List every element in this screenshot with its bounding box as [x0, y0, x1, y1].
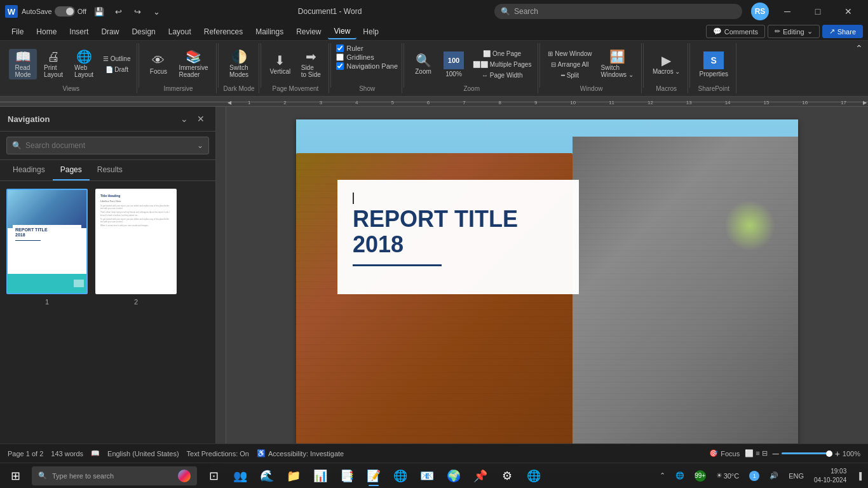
immersive-reader-button[interactable]: 📚 ImmersiveReader [175, 49, 212, 79]
tab-view[interactable]: View [328, 24, 357, 39]
taskbar-files[interactable]: 📁 [281, 464, 306, 487]
tray-antivirus[interactable]: 99+ [691, 469, 710, 483]
nav-pane-checkbox-input[interactable] [336, 62, 344, 70]
taskbar-word[interactable]: 📝 [361, 464, 386, 487]
taskbar-outlook[interactable]: 📧 [414, 464, 440, 487]
one-page-button[interactable]: ⬜ One Page [470, 49, 534, 58]
tray-language[interactable]: ENG [785, 471, 808, 481]
tray-network[interactable]: 🌐 [672, 470, 688, 481]
tab-layout[interactable]: Layout [162, 25, 198, 39]
zoom-slider-thumb[interactable] [826, 451, 832, 457]
page-2-thumbnail[interactable]: Title Heading Libellus Font Here To get … [95, 189, 177, 294]
zoom-100-button[interactable]: 100 100% [440, 50, 468, 79]
zoom-slider[interactable] [782, 452, 832, 454]
zoom-level[interactable]: 100% [843, 450, 860, 458]
language-indicator[interactable]: English (United States) [107, 450, 179, 458]
comments-button[interactable]: 💬 Comments [706, 25, 765, 38]
taskbar-chrome[interactable]: 🌐 [388, 464, 413, 487]
navigation-pane-checkbox[interactable]: Navigation Pane [336, 62, 398, 70]
taskbar-teams[interactable]: 👥 [227, 464, 253, 487]
ribbon-collapse-button[interactable]: ⌃ [855, 43, 863, 53]
print-layout-button[interactable]: 🖨 PrintLayout [39, 49, 67, 79]
new-window-button[interactable]: ⊞ New Window [545, 49, 594, 58]
close-button[interactable]: ✕ [834, 1, 863, 22]
page-thumb-2[interactable]: Title Heading Libellus Font Here To get … [95, 189, 177, 306]
editing-button[interactable]: ✏ Editing ⌄ [768, 25, 820, 38]
tab-help[interactable]: Help [356, 25, 385, 39]
multiple-pages-button[interactable]: ⬜⬜ Multiple Pages [470, 60, 534, 69]
focus-button[interactable]: 🎯 Focus [709, 449, 740, 458]
side-to-side-button[interactable]: ➡ Sideto Side [297, 49, 325, 79]
tray-arrow[interactable]: ⌃ [656, 470, 669, 481]
tab-design[interactable]: Design [125, 25, 161, 39]
redo-button[interactable]: ↪ [128, 3, 146, 20]
nav-collapse-button[interactable]: ⌄ [177, 112, 191, 126]
draft-button[interactable]: 📄 Draft [100, 65, 133, 74]
search-box[interactable]: 🔍 ⌄ [6, 137, 209, 154]
arrange-all-button[interactable]: ⊟ Arrange All [545, 60, 594, 69]
taskbar-excel[interactable]: 📊 [308, 464, 333, 487]
gridlines-checkbox[interactable]: Gridlines [336, 53, 398, 61]
tab-file[interactable]: File [5, 25, 30, 39]
tab-home[interactable]: Home [30, 25, 63, 39]
ruler-checkbox-input[interactable] [336, 44, 344, 52]
tab-review[interactable]: Review [290, 25, 327, 39]
taskbar-search[interactable]: 🔍 Type here to search [32, 466, 197, 485]
search-dropdown-icon[interactable]: ⌄ [197, 141, 203, 150]
share-button[interactable]: ↗ Share [822, 25, 863, 38]
tab-insert[interactable]: Insert [63, 25, 95, 39]
zoom-out-button[interactable]: ─ [773, 449, 779, 459]
taskbar-browser3[interactable]: 🌐 [521, 464, 546, 487]
switch-modes-button[interactable]: 🌓 SwitchModes [225, 49, 253, 79]
read-mode-button[interactable]: 📖 ReadMode [9, 49, 37, 79]
taskbar-stickynotes[interactable]: 📌 [468, 464, 493, 487]
macros-button[interactable]: ▶ Macros ⌄ [649, 53, 684, 76]
nav-tab-pages[interactable]: Pages [53, 160, 90, 180]
accessibility[interactable]: ♿ Accessibility: Investigate [257, 449, 344, 458]
switch-windows-button[interactable]: 🪟 SwitchWindows ⌄ [597, 49, 637, 79]
taskbar-powerpoint[interactable]: 📑 [334, 464, 360, 487]
web-layout-button[interactable]: 🌐 WebLayout [70, 49, 98, 79]
undo-button[interactable]: ↩ [109, 3, 127, 20]
search-bar[interactable]: 🔍 Search [494, 4, 742, 19]
text-predictions[interactable]: Text Predictions: On [187, 450, 249, 458]
maximize-button[interactable]: □ [803, 1, 832, 22]
tray-notifications[interactable]: 1 [745, 470, 763, 482]
nav-tab-headings[interactable]: Headings [5, 160, 53, 180]
page-width-button[interactable]: ↔ Page Width [470, 71, 534, 80]
properties-button[interactable]: S Properties [695, 50, 732, 79]
nav-tab-results[interactable]: Results [90, 160, 130, 180]
tray-weather[interactable]: ☀ 30°C [712, 470, 743, 481]
more-commands-button[interactable]: ⌄ [147, 3, 165, 20]
user-avatar[interactable]: RS [751, 3, 769, 20]
tab-draw[interactable]: Draw [95, 25, 125, 39]
view-mode-icons[interactable]: ⬜ ≡ ⊟ [745, 449, 768, 458]
taskbar-edge[interactable]: 🌊 [254, 464, 280, 487]
gridlines-checkbox-input[interactable] [336, 53, 344, 61]
ruler-checkbox[interactable]: Ruler [336, 44, 398, 52]
tab-mailings[interactable]: Mailings [249, 25, 290, 39]
word-count[interactable]: 143 words [51, 450, 83, 458]
autosave-toggle[interactable] [55, 6, 75, 17]
outline-button[interactable]: ☰ Outline [100, 54, 133, 64]
split-button[interactable]: ━ Split [545, 71, 594, 80]
tray-volume[interactable]: 🔊 [766, 470, 782, 481]
datetime-display[interactable]: 19:03 04-10-2024 [810, 467, 850, 485]
vertical-button[interactable]: ⬇ Vertical [266, 53, 295, 76]
focus-button[interactable]: 👁 Focus [144, 53, 172, 76]
page-thumb-1[interactable]: REPORT TITLE2018 1 [6, 189, 88, 306]
taskbar-browser2[interactable]: 🌍 [441, 464, 466, 487]
taskbar-task-view[interactable]: ⊡ [201, 464, 226, 487]
document-area[interactable]: REPORT TITLE 2018 [226, 107, 868, 469]
page-indicator[interactable]: Page 1 of 2 [8, 450, 43, 458]
tab-references[interactable]: References [198, 25, 249, 39]
page-1-thumbnail[interactable]: REPORT TITLE2018 [6, 189, 88, 294]
zoom-in-button[interactable]: + [835, 449, 840, 459]
show-desktop-button[interactable]: ▐ [853, 471, 865, 481]
taskbar-settings[interactable]: ⚙ [494, 464, 520, 487]
save-button[interactable]: 💾 [90, 3, 108, 20]
minimize-button[interactable]: ─ [773, 1, 802, 22]
nav-close-button[interactable]: ✕ [194, 112, 208, 126]
zoom-button[interactable]: 🔍 Zoom [409, 53, 437, 76]
search-document-input[interactable] [25, 141, 193, 150]
